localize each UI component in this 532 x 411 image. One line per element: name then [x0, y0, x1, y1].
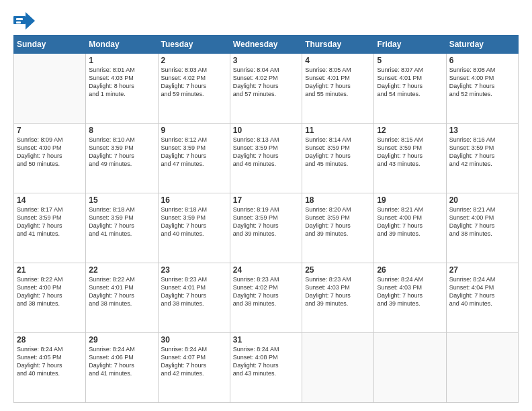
day-number: 13: [449, 126, 515, 135]
calendar-cell: 13Sunrise: 8:16 AMSunset: 3:59 PMDayligh…: [446, 124, 518, 193]
calendar-cell: 24Sunrise: 8:23 AMSunset: 4:02 PMDayligh…: [230, 263, 302, 333]
calendar-cell: 14Sunrise: 8:17 AMSunset: 3:59 PMDayligh…: [14, 193, 86, 263]
calendar-cell: [302, 333, 374, 403]
calendar-cell: 15Sunrise: 8:18 AMSunset: 3:59 PMDayligh…: [86, 193, 158, 263]
cell-info: Sunrise: 8:24 AMSunset: 4:08 PMDaylight:…: [233, 345, 299, 378]
day-header-friday: Friday: [374, 36, 446, 54]
calendar-cell: 1Sunrise: 8:01 AMSunset: 4:03 PMDaylight…: [86, 54, 158, 124]
logo: [13, 12, 38, 30]
svg-marker-1: [26, 12, 35, 30]
cell-info: Sunrise: 8:22 AMSunset: 4:01 PMDaylight:…: [89, 275, 154, 308]
calendar-cell: 28Sunrise: 8:24 AMSunset: 4:05 PMDayligh…: [14, 333, 86, 403]
day-number: 2: [161, 56, 227, 65]
calendar-cell: [14, 54, 86, 124]
cell-info: Sunrise: 8:23 AMSunset: 4:03 PMDaylight:…: [305, 275, 371, 308]
calendar-cell: 4Sunrise: 8:05 AMSunset: 4:01 PMDaylight…: [302, 54, 374, 124]
cell-info: Sunrise: 8:24 AMSunset: 4:06 PMDaylight:…: [89, 345, 154, 378]
calendar-cell: 19Sunrise: 8:21 AMSunset: 4:00 PMDayligh…: [374, 193, 446, 263]
day-number: 30: [161, 335, 227, 345]
calendar-cell: 11Sunrise: 8:14 AMSunset: 3:59 PMDayligh…: [302, 124, 374, 193]
cell-info: Sunrise: 8:18 AMSunset: 3:59 PMDaylight:…: [89, 205, 154, 238]
calendar-week-4: 21Sunrise: 8:22 AMSunset: 4:00 PMDayligh…: [14, 263, 519, 333]
day-number: 28: [17, 335, 83, 345]
day-number: 29: [89, 335, 154, 345]
calendar-cell: 6Sunrise: 8:08 AMSunset: 4:00 PMDaylight…: [446, 54, 518, 124]
day-header-thursday: Thursday: [302, 36, 374, 54]
day-number: 3: [233, 56, 299, 65]
calendar-week-1: 1Sunrise: 8:01 AMSunset: 4:03 PMDaylight…: [14, 54, 519, 124]
day-number: 16: [161, 195, 227, 205]
cell-info: Sunrise: 8:21 AMSunset: 4:00 PMDaylight:…: [377, 205, 443, 238]
cell-info: Sunrise: 8:07 AMSunset: 4:01 PMDaylight:…: [377, 66, 443, 99]
calendar-cell: 3Sunrise: 8:04 AMSunset: 4:02 PMDaylight…: [230, 54, 302, 124]
page: SundayMondayTuesdayWednesdayThursdayFrid…: [0, 0, 532, 411]
calendar-cell: 16Sunrise: 8:18 AMSunset: 3:59 PMDayligh…: [158, 193, 230, 263]
cell-info: Sunrise: 8:21 AMSunset: 4:00 PMDaylight:…: [449, 205, 515, 238]
svg-rect-2: [16, 18, 23, 20]
calendar-cell: 30Sunrise: 8:24 AMSunset: 4:07 PMDayligh…: [158, 333, 230, 403]
cell-info: Sunrise: 8:13 AMSunset: 3:59 PMDaylight:…: [233, 136, 299, 169]
calendar-cell: [446, 333, 518, 403]
day-number: 20: [449, 195, 515, 205]
calendar-week-5: 28Sunrise: 8:24 AMSunset: 4:05 PMDayligh…: [14, 333, 519, 403]
cell-info: Sunrise: 8:22 AMSunset: 4:00 PMDaylight:…: [17, 275, 83, 308]
calendar-cell: 25Sunrise: 8:23 AMSunset: 4:03 PMDayligh…: [302, 263, 374, 333]
cell-info: Sunrise: 8:12 AMSunset: 3:59 PMDaylight:…: [161, 136, 227, 169]
day-header-wednesday: Wednesday: [230, 36, 302, 54]
day-number: 12: [377, 126, 443, 135]
day-number: 23: [161, 265, 227, 275]
calendar-table: SundayMondayTuesdayWednesdayThursdayFrid…: [13, 35, 519, 403]
day-number: 27: [449, 265, 515, 275]
cell-info: Sunrise: 8:03 AMSunset: 4:02 PMDaylight:…: [161, 66, 227, 99]
cell-info: Sunrise: 8:23 AMSunset: 4:01 PMDaylight:…: [161, 275, 227, 308]
cell-info: Sunrise: 8:23 AMSunset: 4:02 PMDaylight:…: [233, 275, 299, 308]
calendar-cell: 9Sunrise: 8:12 AMSunset: 3:59 PMDaylight…: [158, 124, 230, 193]
cell-info: Sunrise: 8:15 AMSunset: 3:59 PMDaylight:…: [377, 136, 443, 169]
cell-info: Sunrise: 8:17 AMSunset: 3:59 PMDaylight:…: [17, 205, 83, 238]
day-number: 25: [305, 265, 371, 275]
day-number: 19: [377, 195, 443, 205]
day-number: 15: [89, 195, 154, 205]
day-number: 31: [233, 335, 299, 345]
calendar-cell: 18Sunrise: 8:20 AMSunset: 3:59 PMDayligh…: [302, 193, 374, 263]
day-number: 1: [89, 56, 154, 65]
day-number: 7: [17, 126, 83, 135]
cell-info: Sunrise: 8:01 AMSunset: 4:03 PMDaylight:…: [89, 66, 154, 99]
day-number: 17: [233, 195, 299, 205]
cell-info: Sunrise: 8:04 AMSunset: 4:02 PMDaylight:…: [233, 66, 299, 99]
calendar-cell: 10Sunrise: 8:13 AMSunset: 3:59 PMDayligh…: [230, 124, 302, 193]
day-number: 26: [377, 265, 443, 275]
day-number: 4: [305, 56, 371, 65]
calendar-cell: 2Sunrise: 8:03 AMSunset: 4:02 PMDaylight…: [158, 54, 230, 124]
cell-info: Sunrise: 8:14 AMSunset: 3:59 PMDaylight:…: [305, 136, 371, 169]
calendar-cell: 22Sunrise: 8:22 AMSunset: 4:01 PMDayligh…: [86, 263, 158, 333]
calendar-cell: 7Sunrise: 8:09 AMSunset: 4:00 PMDaylight…: [14, 124, 86, 193]
calendar-cell: 31Sunrise: 8:24 AMSunset: 4:08 PMDayligh…: [230, 333, 302, 403]
cell-info: Sunrise: 8:09 AMSunset: 4:00 PMDaylight:…: [17, 136, 83, 169]
day-number: 24: [233, 265, 299, 275]
cell-info: Sunrise: 8:10 AMSunset: 3:59 PMDaylight:…: [89, 136, 154, 169]
day-number: 14: [17, 195, 83, 205]
cell-info: Sunrise: 8:05 AMSunset: 4:01 PMDaylight:…: [305, 66, 371, 99]
calendar-cell: 26Sunrise: 8:24 AMSunset: 4:03 PMDayligh…: [374, 263, 446, 333]
cell-info: Sunrise: 8:16 AMSunset: 3:59 PMDaylight:…: [449, 136, 515, 169]
calendar-cell: [374, 333, 446, 403]
day-number: 11: [305, 126, 371, 135]
cell-info: Sunrise: 8:20 AMSunset: 3:59 PMDaylight:…: [305, 205, 371, 238]
header: [13, 12, 519, 30]
calendar-cell: 5Sunrise: 8:07 AMSunset: 4:01 PMDaylight…: [374, 54, 446, 124]
day-header-sunday: Sunday: [14, 36, 86, 54]
calendar-cell: 17Sunrise: 8:19 AMSunset: 3:59 PMDayligh…: [230, 193, 302, 263]
cell-info: Sunrise: 8:24 AMSunset: 4:03 PMDaylight:…: [377, 275, 443, 308]
calendar-week-3: 14Sunrise: 8:17 AMSunset: 3:59 PMDayligh…: [14, 193, 519, 263]
cell-info: Sunrise: 8:24 AMSunset: 4:05 PMDaylight:…: [17, 345, 83, 378]
svg-rect-3: [16, 21, 21, 24]
day-number: 10: [233, 126, 299, 135]
logo-icon: [13, 12, 35, 30]
day-number: 9: [161, 126, 227, 135]
day-number: 22: [89, 265, 154, 275]
day-number: 18: [305, 195, 371, 205]
day-header-saturday: Saturday: [446, 36, 518, 54]
cell-info: Sunrise: 8:18 AMSunset: 3:59 PMDaylight:…: [161, 205, 227, 238]
day-number: 8: [89, 126, 154, 135]
